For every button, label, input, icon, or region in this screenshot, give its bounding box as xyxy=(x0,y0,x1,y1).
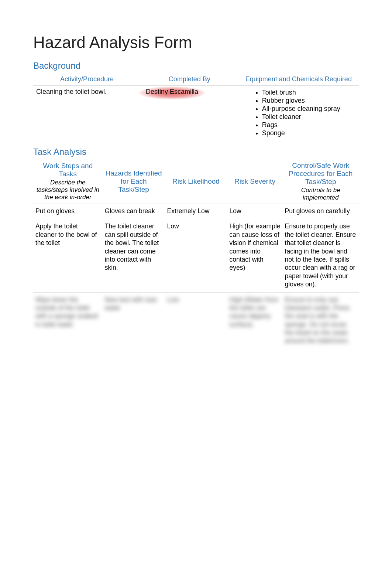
header-sub: Controls to be implemented xyxy=(285,187,357,201)
background-table: Activity/Procedure Completed By Equipmen… xyxy=(33,73,359,140)
work-steps-cell: Wipe down the outside of the toilet with… xyxy=(33,292,103,349)
equipment-list: Toilet brush Rubber gloves All-purpose c… xyxy=(241,89,356,137)
header-main: Work Steps and Tasks xyxy=(43,162,93,178)
controls-header: Control/Safe Work Procedures for Each Ta… xyxy=(283,159,359,204)
header-sub: Describe the tasks/steps involved in the… xyxy=(35,179,100,201)
list-item: Sponge xyxy=(262,129,356,137)
hazards-cell: Gloves can break xyxy=(103,204,165,219)
risk-severity-cell: Low xyxy=(227,204,282,219)
page-title: Hazard Analysis Form xyxy=(33,33,359,52)
risk-likelihood-header: Risk Likelihood xyxy=(165,159,227,204)
task-analysis-table: Work Steps and Tasks Describe the tasks/… xyxy=(33,159,359,349)
hazards-header: Hazards Identified for Each Task/Step xyxy=(103,159,165,204)
background-heading: Background xyxy=(33,61,359,71)
table-row: Activity/Procedure Completed By Equipmen… xyxy=(33,73,359,86)
table-row: Work Steps and Tasks Describe the tasks/… xyxy=(33,159,359,204)
equipment-cell: Toilet brush Rubber gloves All-purpose c… xyxy=(238,86,359,140)
completed-by-header: Completed By xyxy=(141,73,238,86)
risk-likelihood-cell: Extremely Low xyxy=(165,204,227,219)
risk-likelihood-cell: Low xyxy=(165,292,227,349)
list-item: Rubber gloves xyxy=(262,97,356,105)
task-analysis-heading: Task Analysis xyxy=(33,147,359,157)
name-highlight: Destiny Escamilla xyxy=(139,86,205,99)
table-row: Apply the toilet cleaner to the bowl of … xyxy=(33,219,359,292)
completed-by-value: Destiny Escamilla xyxy=(141,86,238,140)
table-row: Put on gloves Gloves can break Extremely… xyxy=(33,204,359,219)
list-item: All-purpose cleaning spray xyxy=(262,105,356,113)
equipment-header: Equipment and Chemicals Required xyxy=(238,73,359,86)
controls-cell: Put gloves on carefully xyxy=(283,204,359,219)
hazards-cell: The toilet cleaner can spill outside of … xyxy=(103,219,165,292)
list-item: Rags xyxy=(262,121,356,129)
work-steps-cell: Apply the toilet cleaner to the bowl of … xyxy=(33,219,103,292)
controls-cell: Ensure to properly use the toilet cleane… xyxy=(283,219,359,292)
activity-value: Cleaning the toilet bowl. xyxy=(33,86,141,140)
risk-likelihood-cell: Low xyxy=(165,219,227,292)
list-item: Toilet cleaner xyxy=(262,113,356,121)
table-row-blurred: Wipe down the outside of the toilet with… xyxy=(33,292,359,349)
header-main: Control/Safe Work Procedures for Each Ta… xyxy=(289,161,353,186)
risk-severity-cell: High (for example can cause loss of visi… xyxy=(227,219,282,292)
controls-cell: Ensure to only use lukewarm water. Press… xyxy=(283,292,359,349)
hazards-cell: New text with new water xyxy=(103,292,165,349)
activity-header: Activity/Procedure xyxy=(33,73,141,86)
list-item: Toilet brush xyxy=(262,89,356,96)
work-steps-header: Work Steps and Tasks Describe the tasks/… xyxy=(33,159,103,204)
work-steps-cell: Put on gloves xyxy=(33,204,103,219)
table-row: Cleaning the toilet bowl. Destiny Escami… xyxy=(33,86,359,140)
risk-severity-header: Risk Severity xyxy=(227,159,282,204)
risk-severity-cell: High (Water from the toilet can cause sl… xyxy=(227,292,282,349)
